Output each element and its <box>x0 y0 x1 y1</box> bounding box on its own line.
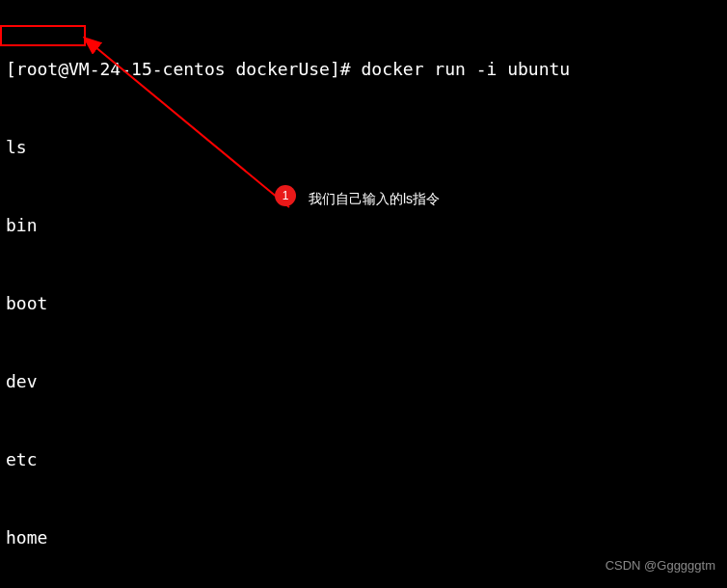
annotation-badge: 1 <box>275 185 296 206</box>
prompt-line: [root@VM-24-15-centos dockerUse]# docker… <box>6 56 721 82</box>
output-line: etc <box>6 446 721 472</box>
input-command-line: ls <box>6 134 721 160</box>
output-line: dev <box>6 368 721 394</box>
output-line: boot <box>6 290 721 316</box>
watermark: CSDN @Ggggggtm <box>606 552 715 578</box>
annotation-text: 我们自己输入的ls指令 <box>309 186 440 212</box>
output-line: bin <box>6 212 721 238</box>
terminal-area[interactable]: [root@VM-24-15-centos dockerUse]# docker… <box>0 0 727 588</box>
output-line: home <box>6 524 721 550</box>
